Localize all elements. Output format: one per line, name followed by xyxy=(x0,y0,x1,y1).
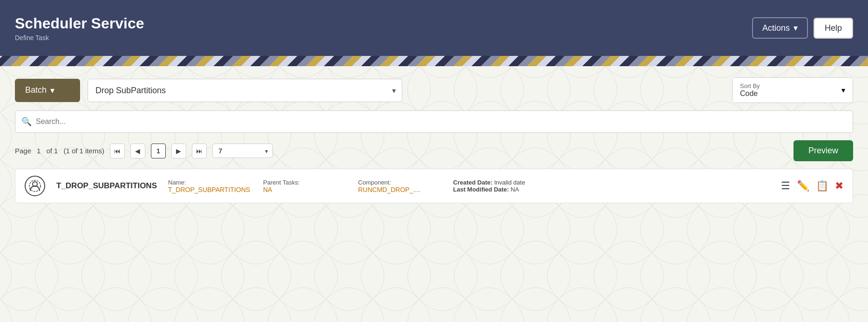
items-label: (1 of 1 items) xyxy=(63,147,104,155)
last-page-icon: ⏭ xyxy=(196,147,203,155)
task-dropdown-wrapper: Drop SubPartitions ▾ xyxy=(88,79,402,102)
batch-chevron-icon: ▾ xyxy=(50,85,54,96)
task-name-field: Name: T_DROP_SUBPARTITIONS xyxy=(168,179,252,193)
parent-tasks-value: NA xyxy=(263,186,347,193)
parent-tasks-label: Parent Tasks: xyxy=(263,179,347,186)
toolbar-row: Batch ▾ Drop SubPartitions ▾ Sort By Cod… xyxy=(15,77,853,103)
task-parent-field: Parent Tasks: NA xyxy=(263,179,347,193)
page-current: 1 xyxy=(37,147,41,155)
main-content: Batch ▾ Drop SubPartitions ▾ Sort By Cod… xyxy=(0,66,868,322)
of-label: of 1 xyxy=(46,147,58,155)
page-subtitle: Define Task xyxy=(15,34,144,41)
search-row: 🔍 xyxy=(15,110,853,133)
current-page-button[interactable]: 1 xyxy=(151,144,166,158)
header-right: Actions ▾ Help xyxy=(752,17,853,39)
modified-date-line: Last Modified Date: NA xyxy=(453,186,556,193)
page-size-select[interactable]: 7 xyxy=(212,144,273,158)
sort-by-value: Code xyxy=(740,89,760,98)
last-page-button[interactable]: ⏭ xyxy=(192,144,207,158)
name-value: T_DROP_SUBPARTITIONS xyxy=(168,186,252,193)
preview-label: Preview xyxy=(808,146,838,155)
app-wrapper: Scheduler Service Define Task Actions ▾ … xyxy=(0,0,868,322)
page-size-wrapper: 7 ▾ xyxy=(212,144,273,158)
batch-label: Batch xyxy=(25,85,47,95)
batch-button[interactable]: Batch ▾ xyxy=(15,79,80,102)
task-dates-field: Created Date: Invalid date Last Modified… xyxy=(453,179,556,193)
edit-icon[interactable]: ✏️ xyxy=(797,180,809,192)
help-label: Help xyxy=(825,23,842,33)
help-button[interactable]: Help xyxy=(814,18,853,39)
list-icon[interactable]: ☰ xyxy=(781,180,790,192)
modified-date-label: Last Modified Date: xyxy=(453,186,509,193)
task-icon xyxy=(25,176,45,196)
sort-label-group: Sort By Code xyxy=(740,82,760,98)
sort-chevron-icon: ▾ xyxy=(841,86,845,95)
copy-icon[interactable]: 📋 xyxy=(816,180,828,192)
search-icon: 🔍 xyxy=(21,116,32,127)
header-left: Scheduler Service Define Task xyxy=(15,15,144,41)
created-date-label: Created Date: xyxy=(453,179,493,186)
created-date-value: Invalid date xyxy=(494,179,525,186)
page-title: Scheduler Service xyxy=(15,15,144,32)
preview-button[interactable]: Preview xyxy=(793,140,853,161)
header: Scheduler Service Define Task Actions ▾ … xyxy=(0,0,868,56)
component-value: RUNCMD_DROP_.... xyxy=(358,186,442,193)
next-page-button[interactable]: ▶ xyxy=(171,144,186,158)
chevron-down-icon: ▾ xyxy=(793,23,798,33)
actions-label: Actions xyxy=(762,23,790,33)
task-dropdown[interactable]: Drop SubPartitions xyxy=(88,79,402,102)
name-label: Name: xyxy=(168,179,252,186)
banner-strip xyxy=(0,56,868,66)
sort-by-label: Sort By xyxy=(740,82,760,89)
task-id: T_DROP_SUBPARTITIONS xyxy=(56,181,157,191)
table-row: T_DROP_SUBPARTITIONS Name: T_DROP_SUBPAR… xyxy=(15,169,853,203)
first-page-icon: ⏮ xyxy=(114,147,121,155)
modified-date-value: NA xyxy=(511,186,519,193)
task-list: T_DROP_SUBPARTITIONS Name: T_DROP_SUBPAR… xyxy=(15,169,853,203)
component-label: Component: xyxy=(358,179,442,186)
current-page-number: 1 xyxy=(156,147,160,155)
actions-button[interactable]: Actions ▾ xyxy=(752,17,808,39)
sort-by-dropdown[interactable]: Sort By Code ▾ xyxy=(732,77,853,103)
prev-page-button[interactable]: ◀ xyxy=(130,144,145,158)
task-component-field: Component: RUNCMD_DROP_.... xyxy=(358,179,442,193)
created-date-line: Created Date: Invalid date xyxy=(453,179,556,186)
task-actions: ☰ ✏️ 📋 ✖ xyxy=(781,180,843,192)
page-label: Page xyxy=(15,147,31,155)
next-page-icon: ▶ xyxy=(176,147,181,155)
search-input[interactable] xyxy=(15,110,853,133)
delete-icon[interactable]: ✖ xyxy=(835,180,843,192)
prev-page-icon: ◀ xyxy=(135,147,140,155)
pagination-row: Page 1 of 1 (1 of 1 items) ⏮ ◀ 1 ▶ ⏭ 7 xyxy=(15,140,853,161)
first-page-button[interactable]: ⏮ xyxy=(110,144,125,158)
